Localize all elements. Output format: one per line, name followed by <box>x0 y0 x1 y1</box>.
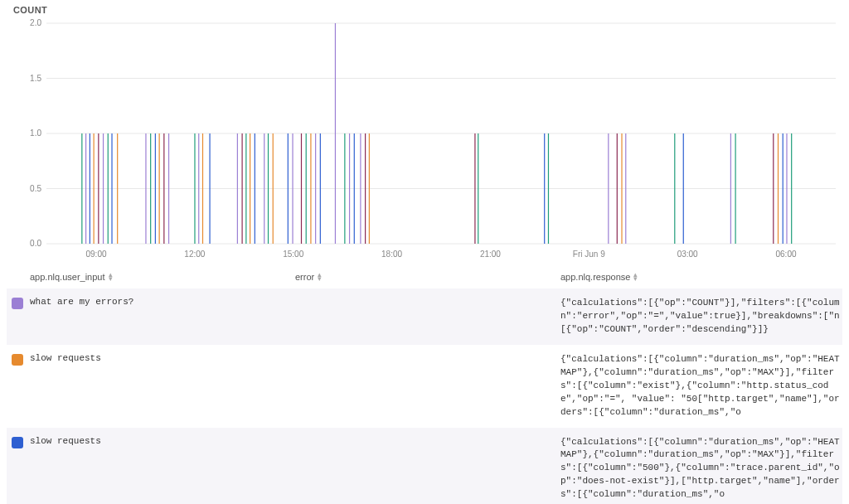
series-swatch <box>12 354 23 366</box>
results-table: app.nlq.user_input ▴▾ error ▴▾ app.nlq.r… <box>7 267 842 504</box>
svg-text:1.0: 1.0 <box>30 128 41 138</box>
column-header-label: app.nlq.user_input <box>30 272 105 282</box>
response-cell: {"calculations":[{"column":"duration_ms"… <box>560 436 842 502</box>
user-input-cell: slow requests <box>30 436 295 446</box>
svg-text:2.0: 2.0 <box>30 18 41 27</box>
svg-text:06:00: 06:00 <box>775 250 796 259</box>
chart-svg: 0.00.51.01.52.009:0012:0015:0018:0021:00… <box>13 18 842 267</box>
column-header-label: app.nlq.response <box>560 272 630 282</box>
chart-title: COUNT <box>13 5 842 15</box>
svg-text:0.5: 0.5 <box>30 184 41 193</box>
sort-icon: ▴▾ <box>633 273 638 282</box>
user-input-cell: what are my errors? <box>30 297 295 307</box>
svg-text:09:00: 09:00 <box>85 250 106 259</box>
column-header-error[interactable]: error ▴▾ <box>295 272 560 282</box>
user-input-cell: slow requests <box>30 353 295 363</box>
svg-text:Fri Jun 9: Fri Jun 9 <box>573 250 605 259</box>
svg-text:15:00: 15:00 <box>283 250 303 259</box>
sort-icon: ▴▾ <box>109 273 113 282</box>
response-cell: {"calculations":[{"op":"COUNT"}],"filter… <box>560 297 842 337</box>
column-header-user-input[interactable]: app.nlq.user_input ▴▾ <box>30 272 295 282</box>
column-header-label: error <box>295 272 314 282</box>
table-header-row: app.nlq.user_input ▴▾ error ▴▾ app.nlq.r… <box>7 267 842 288</box>
svg-text:21:00: 21:00 <box>480 250 501 259</box>
series-swatch <box>12 437 23 448</box>
response-cell: {"calculations":[{"column":"duration_ms"… <box>560 353 842 419</box>
table-row[interactable]: what are my errors?{"calculations":[{"op… <box>7 288 842 345</box>
svg-text:12:00: 12:00 <box>184 250 205 259</box>
svg-text:03:00: 03:00 <box>677 250 698 259</box>
svg-text:0.0: 0.0 <box>30 239 41 248</box>
svg-text:1.5: 1.5 <box>30 74 41 83</box>
svg-text:18:00: 18:00 <box>381 250 402 259</box>
series-swatch <box>12 298 23 309</box>
table-row[interactable]: slow requests{"calculations":[{"column":… <box>7 345 842 428</box>
table-row[interactable]: slow requests{"calculations":[{"column":… <box>7 428 842 505</box>
sort-icon: ▴▾ <box>318 273 322 282</box>
count-chart[interactable]: 0.00.51.01.52.009:0012:0015:0018:0021:00… <box>13 18 842 250</box>
column-header-response[interactable]: app.nlq.response ▴▾ <box>560 272 842 282</box>
